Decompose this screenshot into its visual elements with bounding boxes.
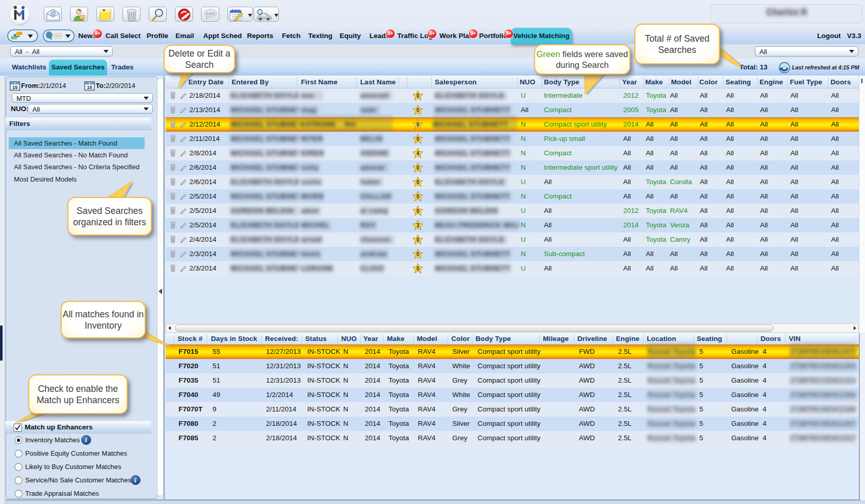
svg-text:0: 0 bbox=[416, 93, 419, 99]
svg-text:@: @ bbox=[50, 10, 56, 16]
svg-text:15: 15 bbox=[87, 84, 93, 90]
svg-text:0: 0 bbox=[416, 251, 419, 257]
svg-text:0: 0 bbox=[416, 107, 419, 113]
svg-text:0: 0 bbox=[416, 194, 419, 200]
svg-text:0: 0 bbox=[416, 179, 419, 185]
svg-text:0: 0 bbox=[416, 136, 419, 142]
svg-text:0: 0 bbox=[416, 208, 419, 214]
svg-text:0: 0 bbox=[416, 165, 419, 171]
svg-text:SMS: SMS bbox=[206, 11, 216, 16]
svg-text:0: 0 bbox=[416, 237, 419, 243]
svg-text:15: 15 bbox=[12, 84, 18, 90]
svg-text:i: i bbox=[85, 436, 87, 444]
svg-text:0: 0 bbox=[416, 122, 419, 128]
svg-text:4: 4 bbox=[416, 151, 419, 156]
svg-text:3: 3 bbox=[416, 223, 419, 228]
svg-text:i: i bbox=[134, 476, 136, 484]
svg-text:0: 0 bbox=[416, 266, 419, 272]
